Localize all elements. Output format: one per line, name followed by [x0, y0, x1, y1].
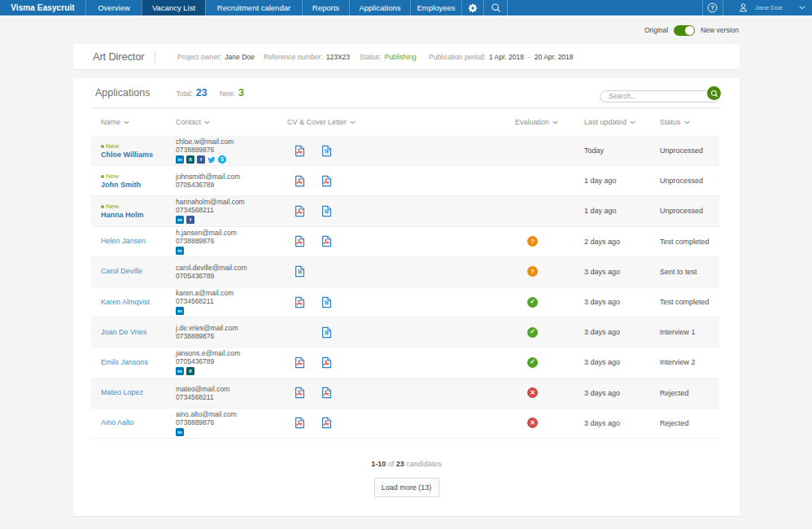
- contact-cell: karen.a@mail.com0734568211in: [176, 289, 287, 315]
- nav-item-reports[interactable]: Reports: [302, 0, 349, 15]
- evaluation-check-icon[interactable]: ✓: [527, 297, 538, 308]
- vacancy-header-card: Art Director Project owner:Jane DoeRefer…: [73, 44, 740, 69]
- settings-menu-item[interactable]: [461, 0, 483, 15]
- table-row: Emils Jansonsjansons.e@mail.com070543678…: [91, 348, 719, 378]
- last-updated-cell: Today: [584, 146, 660, 155]
- linkedin-icon[interactable]: in: [176, 367, 184, 375]
- linkedin-icon[interactable]: in: [176, 428, 184, 436]
- search-menu-item[interactable]: [483, 0, 508, 15]
- cv-cover-letter-cell: W: [287, 205, 515, 217]
- facebook-icon[interactable]: f: [186, 216, 194, 224]
- search-input[interactable]: [600, 90, 720, 103]
- table-row: Karen Almqvistkaren.a@mail.com0734568211…: [91, 287, 719, 317]
- pdf-document-icon[interactable]: [321, 356, 332, 369]
- pdf-document-icon[interactable]: [295, 417, 305, 429]
- skype-icon[interactable]: S: [218, 155, 226, 164]
- cv-cover-letter-cell: W: [287, 296, 515, 308]
- cv-document-slot: [295, 175, 305, 187]
- candidate-name-link[interactable]: Aino Aalto: [101, 418, 176, 427]
- pdf-document-icon[interactable]: [321, 387, 332, 399]
- column-header-cv-cover-letter[interactable]: CV & Cover Letter: [287, 118, 515, 126]
- xing-icon[interactable]: X: [186, 155, 194, 164]
- contact-cell: carol.deville@mail.com0705436789: [176, 264, 287, 280]
- version-toggle[interactable]: [674, 25, 695, 36]
- xing-icon[interactable]: X: [186, 367, 194, 375]
- candidate-phone: 0734568211: [176, 297, 287, 305]
- field-value-2: 20 Apr. 2018: [535, 53, 574, 61]
- evaluation-question-icon[interactable]: ?: [527, 236, 538, 247]
- pdf-document-icon[interactable]: [295, 387, 305, 399]
- evaluation-question-icon[interactable]: ?: [527, 266, 538, 277]
- last-updated-cell: 1 day ago: [584, 177, 660, 185]
- name-cell: Mateo Lopez: [91, 388, 176, 397]
- pdf-document-icon[interactable]: [295, 235, 305, 247]
- word-document-icon[interactable]: W: [321, 205, 332, 217]
- pdf-document-icon[interactable]: [321, 235, 332, 247]
- column-header-status[interactable]: Status: [660, 118, 719, 126]
- candidate-name-link[interactable]: Mateo Lopez: [101, 388, 176, 397]
- evaluation-check-icon[interactable]: ✓: [527, 357, 538, 368]
- load-more-button[interactable]: Load more (13): [374, 478, 439, 497]
- linkedin-icon[interactable]: in: [176, 247, 184, 255]
- user-menu[interactable]: Jane Doe: [723, 0, 812, 15]
- evaluation-check-icon[interactable]: ✓: [527, 327, 538, 338]
- twitter-icon[interactable]: [207, 155, 216, 164]
- nav-item-vacancy-list[interactable]: Vacancy List: [142, 0, 205, 15]
- table-row: Helen Jansenh.jansen@mail.com0738889876i…: [91, 227, 719, 257]
- pdf-document-icon[interactable]: [295, 296, 305, 308]
- nav-item-recruitment-calendar[interactable]: Recruitment calendar: [205, 0, 302, 15]
- linkedin-icon[interactable]: in: [176, 155, 184, 164]
- candidate-name-link[interactable]: Joan De Vries: [101, 328, 176, 337]
- candidate-name-link[interactable]: Emils Jansons: [101, 358, 176, 367]
- pdf-document-icon[interactable]: [295, 145, 305, 157]
- candidate-email: johnsmith@mail.com: [176, 173, 287, 181]
- candidate-email: h.jansen@mail.com: [176, 229, 287, 237]
- table-row: Aino Aaltoaino.alto@mail.com0738889876in…: [91, 409, 719, 439]
- last-updated-cell: 3 days ago: [584, 419, 660, 427]
- field-value: 123X23: [326, 53, 350, 61]
- field-value: Jane Doe: [225, 53, 254, 61]
- word-document-icon[interactable]: W: [295, 265, 305, 278]
- evaluation-cross-icon[interactable]: ✕: [527, 387, 538, 398]
- nav-item-applications[interactable]: Applications: [349, 0, 410, 15]
- linkedin-icon[interactable]: in: [176, 307, 184, 315]
- facebook-icon[interactable]: f: [197, 155, 205, 164]
- contact-cell: aino.alto@mail.com0738889876in: [176, 410, 287, 436]
- help-button[interactable]: ?: [702, 0, 723, 15]
- candidate-name-link[interactable]: John Smith: [101, 181, 176, 190]
- name-cell: Emils Jansons: [91, 358, 176, 367]
- word-document-icon[interactable]: W: [321, 145, 332, 157]
- candidate-name-link[interactable]: Chloe Williams: [101, 151, 176, 160]
- search-button[interactable]: [707, 86, 721, 100]
- pdf-document-icon[interactable]: [321, 417, 332, 429]
- version-switch-row: Original New version: [644, 24, 739, 37]
- candidate-name-link[interactable]: Helen Jansen: [101, 237, 176, 246]
- pdf-document-icon[interactable]: [295, 175, 305, 187]
- status-cell: Test completed: [660, 238, 719, 246]
- candidate-name-link[interactable]: Carol Deville: [101, 267, 176, 276]
- column-label: Status: [660, 118, 681, 126]
- candidate-phone: 0734568211: [176, 393, 287, 401]
- nav-item-overview[interactable]: Overview: [85, 0, 142, 15]
- nav-item-employees[interactable]: Employees: [410, 0, 461, 15]
- column-header-contact[interactable]: Contact: [176, 118, 287, 126]
- column-header-name[interactable]: Name: [91, 118, 176, 126]
- evaluation-cell: ✕: [515, 418, 584, 428]
- word-document-icon[interactable]: W: [321, 296, 332, 308]
- brand-logo[interactable]: Visma Easycruit: [0, 0, 85, 15]
- word-document-icon[interactable]: W: [321, 326, 332, 339]
- column-label: Evaluation: [515, 118, 549, 126]
- new-flag: New: [101, 202, 176, 211]
- linkedin-icon[interactable]: in: [176, 216, 184, 224]
- column-header-evaluation[interactable]: Evaluation: [515, 118, 584, 126]
- candidate-name-link[interactable]: Hanna Holm: [101, 211, 176, 220]
- pdf-document-icon[interactable]: [295, 356, 305, 369]
- pdf-document-icon[interactable]: [321, 175, 332, 187]
- candidate-name-link[interactable]: Karen Almqvist: [101, 298, 176, 307]
- evaluation-cell: ?: [515, 236, 584, 247]
- candidate-phone: 0734568211: [176, 206, 287, 214]
- vacancy-field-3: Publication period:1 Apr. 2018-20 Apr. 2…: [429, 44, 574, 69]
- column-header-last-updated[interactable]: Last updated: [584, 118, 660, 126]
- pdf-document-icon[interactable]: [295, 205, 305, 217]
- evaluation-cross-icon[interactable]: ✕: [527, 418, 538, 428]
